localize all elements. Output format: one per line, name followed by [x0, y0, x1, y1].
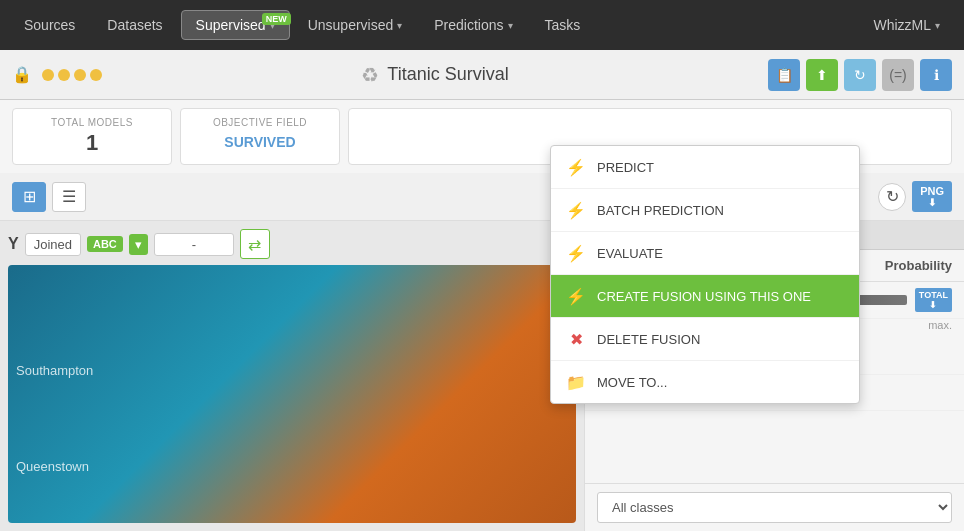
nav-tasks[interactable]: Tasks — [531, 11, 595, 39]
move-icon: 📁 — [565, 371, 587, 393]
nav-whizzml[interactable]: WhizzML ▾ — [859, 11, 954, 39]
menu-item-batch-prediction[interactable]: ⚡ BATCH PREDICTION — [551, 189, 859, 232]
header-actions: 📋 ⬆ ↻ (=) ℹ — [768, 59, 952, 91]
southampton-label: Southampton — [16, 363, 93, 378]
delete-icon: ✖ — [565, 328, 587, 350]
list-view-btn[interactable]: ☰ — [52, 182, 86, 212]
recycle-icon: ♻ — [361, 63, 379, 87]
top-navigation: Sources Datasets Supervised NEW ▾ Unsupe… — [0, 0, 964, 50]
nav-datasets[interactable]: Datasets — [93, 11, 176, 39]
objective-field-label: OBJECTIVE FIELD — [197, 117, 323, 128]
predict-label: PREDICT — [597, 160, 654, 175]
objective-field-box: OBJECTIVE FIELD SURVIVED — [180, 108, 340, 165]
nav-predictions[interactable]: Predictions ▾ — [420, 11, 526, 39]
predictions-arrow: ▾ — [508, 20, 513, 31]
total-btn[interactable]: TOTAL ⬇ — [915, 288, 952, 312]
max-label: max. — [928, 319, 952, 331]
heatmap-container: Southampton Queenstown — [8, 265, 576, 523]
move-to-label: MOVE TO... — [597, 375, 667, 390]
nav-sources-label: Sources — [24, 17, 75, 33]
field-dropdown-arrow[interactable]: ▾ — [129, 234, 148, 255]
nav-datasets-label: Datasets — [107, 17, 162, 33]
nav-unsupervised[interactable]: Unsupervised ▾ — [294, 11, 417, 39]
create-fusion-label: CREATE FUSION USING THIS ONE — [597, 289, 811, 304]
dash-select[interactable]: - — [154, 233, 234, 256]
field-value: Joined — [34, 237, 72, 252]
menu-item-delete-fusion[interactable]: ✖ DELETE FUSION — [551, 318, 859, 361]
header-bar: 🔒 ♻ Titanic Survival 📋 ⬆ ↻ (=) ℹ — [0, 50, 964, 100]
probability-label: Probability — [885, 258, 952, 273]
dot-4 — [90, 69, 102, 81]
nav-unsupervised-label: Unsupervised — [308, 17, 394, 33]
grid-view-btn[interactable]: ⊞ — [12, 182, 46, 212]
total-models-value: 1 — [29, 130, 155, 156]
menu-item-create-fusion[interactable]: ⚡ CREATE FUSION USING THIS ONE — [551, 275, 859, 318]
chart-controls: Y Joined ABC ▾ - ⇄ — [8, 229, 576, 259]
sync-btn[interactable]: ⇄ — [240, 229, 270, 259]
toolbar-refresh-btn[interactable]: ↻ — [878, 183, 906, 211]
status-dots — [42, 69, 102, 81]
predict-icon: ⚡ — [565, 156, 587, 178]
evaluate-label: EVALUATE — [597, 246, 663, 261]
nav-predictions-label: Predictions — [434, 17, 503, 33]
code-icon-btn[interactable]: (=) — [882, 59, 914, 91]
menu-item-move-to[interactable]: 📁 MOVE TO... — [551, 361, 859, 403]
classes-select-row: All classes — [585, 483, 964, 531]
clipboard-icon-btn[interactable]: 📋 — [768, 59, 800, 91]
total-models-label: TOTAL MODELS — [29, 117, 155, 128]
dot-1 — [42, 69, 54, 81]
whizzml-arrow: ▾ — [935, 20, 940, 31]
heatmap: Southampton Queenstown — [8, 265, 576, 523]
dropdown-menu: ⚡ PREDICT ⚡ BATCH PREDICTION ⚡ EVALUATE … — [550, 145, 860, 404]
lock-icon: 🔒 — [12, 65, 32, 84]
total-models-box: TOTAL MODELS 1 — [12, 108, 172, 165]
field-select[interactable]: Joined — [25, 233, 81, 256]
info-icon-btn[interactable]: ℹ — [920, 59, 952, 91]
y-axis-label: Y — [8, 235, 19, 253]
evaluate-icon: ⚡ — [565, 242, 587, 264]
fusion-icon: ⚡ — [565, 285, 587, 307]
unsupervised-arrow: ▾ — [397, 20, 402, 31]
chart-panel: Y Joined ABC ▾ - ⇄ Southampton Queenstow… — [0, 221, 584, 531]
nav-sources[interactable]: Sources — [10, 11, 89, 39]
png-export-btn[interactable]: PNG ⬇ — [912, 181, 952, 212]
menu-item-evaluate[interactable]: ⚡ EVALUATE — [551, 232, 859, 275]
objective-field-value: SURVIVED — [197, 134, 323, 150]
nav-tasks-label: Tasks — [545, 17, 581, 33]
batch-prediction-label: BATCH PREDICTION — [597, 203, 724, 218]
dot-2 — [58, 69, 70, 81]
refresh-icon-btn[interactable]: ↻ — [844, 59, 876, 91]
batch-icon: ⚡ — [565, 199, 587, 221]
nav-supervised-label: Supervised — [196, 17, 266, 33]
abc-badge: ABC — [87, 236, 123, 252]
menu-item-predict[interactable]: ⚡ PREDICT — [551, 146, 859, 189]
main-area: 🔒 ♻ Titanic Survival 📋 ⬆ ↻ (=) ℹ TOTAL M… — [0, 50, 964, 531]
page-title: Titanic Survival — [387, 64, 508, 85]
upload-icon-btn[interactable]: ⬆ — [806, 59, 838, 91]
nav-supervised[interactable]: Supervised NEW ▾ — [181, 10, 290, 40]
title-area: ♻ Titanic Survival — [112, 63, 758, 87]
classes-select[interactable]: All classes — [597, 492, 952, 523]
total-label: TOTAL — [919, 290, 948, 300]
delete-fusion-label: DELETE FUSION — [597, 332, 700, 347]
dash-value: - — [192, 237, 196, 252]
supervised-badge: NEW — [262, 13, 291, 25]
queenstown-label: Queenstown — [16, 459, 89, 474]
nav-whizzml-label: WhizzML — [873, 17, 931, 33]
dot-3 — [74, 69, 86, 81]
